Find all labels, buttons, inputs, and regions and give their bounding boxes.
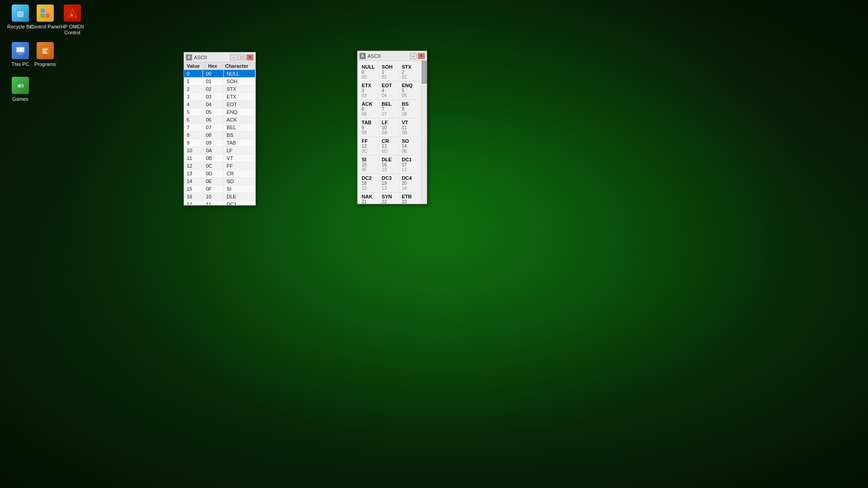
table-row[interactable]: 404EOT xyxy=(184,101,255,108)
svg-text:A: A xyxy=(71,14,73,17)
table-row[interactable]: 808BS xyxy=(184,131,255,139)
ascii-card[interactable]: SOH 1 01 xyxy=(379,63,399,81)
ascii-card[interactable]: LF 10 0A xyxy=(379,118,399,137)
programs-label: Programs xyxy=(34,61,56,67)
table-row[interactable]: 303ETX xyxy=(184,93,255,101)
window1-scroll[interactable]: 000NULL101SOH202STX303ETX404EOT505ENQ606… xyxy=(184,70,255,205)
table-row[interactable]: 120CFF xyxy=(184,162,255,170)
svg-rect-9 xyxy=(46,14,50,18)
ascii-card[interactable]: BEL 7 07 xyxy=(379,100,399,118)
col-char: Character xyxy=(222,62,255,70)
table-row[interactable]: 140ESO xyxy=(184,178,255,185)
ascii-card[interactable]: DC1 17 11 xyxy=(400,155,420,174)
svg-point-23 xyxy=(22,84,23,85)
ascii-card[interactable]: ACK 6 06 xyxy=(359,100,379,118)
window1-close[interactable]: ✕ xyxy=(246,54,254,61)
table-row[interactable]: 101SOH xyxy=(184,78,255,85)
ascii-card[interactable]: FF 12 0C xyxy=(359,137,379,155)
recycle-bin-image xyxy=(12,5,29,22)
ascii-window-2: A ASCII – ✕ NULL 0 00 SOH 1 01 STX 2 02 … xyxy=(357,51,427,204)
window1-title: ASCII xyxy=(194,55,230,60)
table-row[interactable]: 1711DC1 xyxy=(184,201,255,206)
games-image xyxy=(12,77,29,94)
ascii-card[interactable]: VT 11 0B xyxy=(400,118,420,137)
table-row[interactable]: 707BEL xyxy=(184,124,255,131)
ascii-card[interactable]: EOT 4 04 xyxy=(379,81,399,100)
table-row[interactable]: 130DCR xyxy=(184,170,255,178)
ascii-card[interactable]: DC2 18 12 xyxy=(359,174,379,192)
programs-icon[interactable]: Programs xyxy=(27,40,63,69)
hp-omen-image: A xyxy=(64,5,81,22)
window2-scrollbar[interactable] xyxy=(421,61,427,204)
ascii-card[interactable]: SI 15 0F xyxy=(359,155,379,174)
window1-titlebar: A ASCII – □ ✕ xyxy=(184,52,255,62)
window1-maximize[interactable]: □ xyxy=(238,54,245,61)
svg-rect-18 xyxy=(42,51,46,52)
svg-rect-19 xyxy=(42,52,47,53)
window1-minimize[interactable]: – xyxy=(230,54,237,61)
svg-rect-13 xyxy=(18,53,23,55)
window2-close[interactable]: ✕ xyxy=(418,53,425,59)
ascii-card[interactable]: CR 13 0D xyxy=(379,137,399,155)
window2-icon: A xyxy=(359,53,366,59)
ascii-card[interactable]: NULL 0 00 xyxy=(359,63,379,81)
ascii-card[interactable]: SO 14 0E xyxy=(400,137,420,155)
games-icon[interactable]: Games xyxy=(2,75,38,104)
ascii-card[interactable]: BS 8 08 xyxy=(400,100,420,118)
table-row[interactable]: 202STX xyxy=(184,85,255,93)
ascii-card[interactable]: ENQ 5 05 xyxy=(400,81,420,100)
svg-point-24 xyxy=(23,86,24,87)
window2-minimize[interactable]: – xyxy=(410,53,417,59)
control-panel-image xyxy=(37,5,54,22)
hp-omen-label: HP OMEN Control xyxy=(56,24,89,36)
table-row[interactable]: 505ENQ xyxy=(184,108,255,116)
ascii-card[interactable]: TAB 9 09 xyxy=(359,118,379,137)
table-row[interactable]: 110BVT xyxy=(184,155,255,162)
ascii-card[interactable]: DC4 20 14 xyxy=(400,174,420,192)
this-pc-label: This PC xyxy=(11,61,29,67)
table-row[interactable]: 1610DLE xyxy=(184,193,255,201)
ascii-table-1: Value Hex Character xyxy=(184,62,255,70)
table-row[interactable]: 100ALF xyxy=(184,147,255,155)
desktop: Recycle Bin Control Panel A H xyxy=(0,0,868,488)
window1-table-container: Value Hex Character 000NULL101SOH202STX3… xyxy=(184,62,255,205)
window2-titlebar: A ASCII – ✕ xyxy=(358,51,427,61)
hp-omen-icon[interactable]: A HP OMEN Control xyxy=(54,2,90,38)
table-row[interactable]: 909TAB xyxy=(184,139,255,147)
ascii-card[interactable]: DC3 19 13 xyxy=(379,174,399,192)
ascii-card[interactable]: STX 2 02 xyxy=(400,63,420,81)
ascii-card[interactable]: ETB 23 17 xyxy=(400,192,420,204)
svg-rect-7 xyxy=(46,9,50,13)
svg-rect-14 xyxy=(17,55,24,55)
ascii-card[interactable]: DLE 16 10 xyxy=(379,155,399,174)
svg-rect-22 xyxy=(18,85,21,86)
games-label: Games xyxy=(12,96,28,102)
programs-image xyxy=(37,42,54,59)
table-row[interactable]: 000NULL xyxy=(184,70,255,78)
window2-card-container[interactable]: NULL 0 00 SOH 1 01 STX 2 02 ETX 3 03 EOT… xyxy=(358,61,421,204)
svg-rect-15 xyxy=(17,47,24,52)
col-value: Value xyxy=(184,62,205,70)
this-pc-image xyxy=(12,42,29,59)
ascii-window-1: A ASCII – □ ✕ Value Hex Character xyxy=(184,52,256,206)
ascii-card[interactable]: NAK 21 15 xyxy=(359,192,379,204)
col-hex: Hex xyxy=(205,62,222,70)
ascii-card[interactable]: SYN 22 16 xyxy=(379,192,399,204)
window2-title: ASCII xyxy=(368,53,410,59)
window2-controls: – ✕ xyxy=(410,53,425,59)
svg-rect-6 xyxy=(41,9,45,13)
table-row[interactable]: 150FSI xyxy=(184,185,255,193)
ascii-table-1-body: 000NULL101SOH202STX303ETX404EOT505ENQ606… xyxy=(184,70,255,205)
svg-rect-8 xyxy=(41,14,45,18)
svg-rect-17 xyxy=(42,49,48,50)
table-row[interactable]: 606ACK xyxy=(184,116,255,124)
window1-controls: – □ ✕ xyxy=(230,54,254,61)
ascii-card[interactable]: ETX 3 03 xyxy=(359,81,379,100)
window1-icon: A xyxy=(186,54,192,61)
